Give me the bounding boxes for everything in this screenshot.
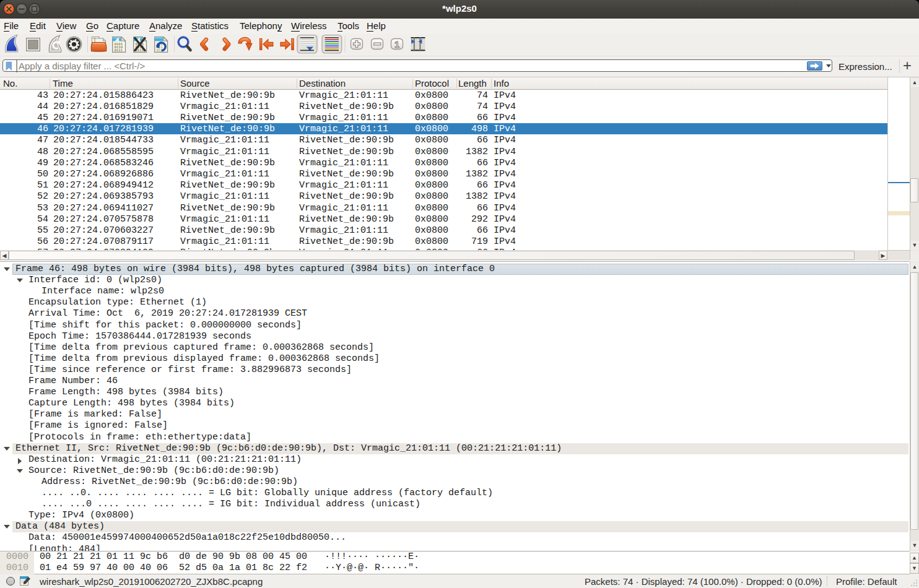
svg-text:1: 1 [394, 40, 399, 50]
svg-text:0111: 0111 [114, 48, 123, 53]
